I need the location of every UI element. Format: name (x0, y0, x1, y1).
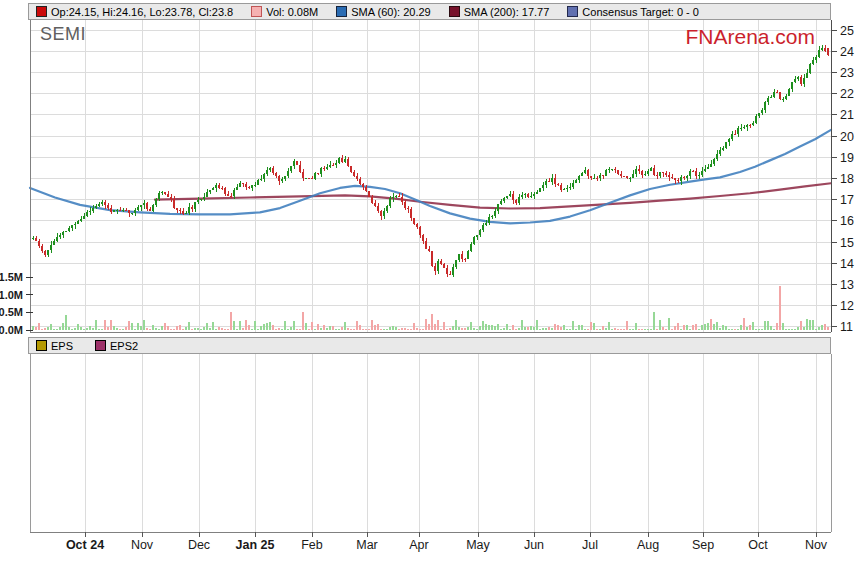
svg-text:Nov: Nov (805, 538, 828, 552)
svg-text:Jan 25: Jan 25 (236, 538, 275, 552)
sma60-swatch-icon (336, 6, 347, 17)
svg-text:Apr: Apr (409, 538, 428, 552)
svg-text:23: 23 (840, 66, 854, 80)
consensus-target-swatch-icon (567, 6, 578, 17)
svg-text:13: 13 (840, 278, 854, 292)
eps2-swatch-icon (95, 340, 106, 351)
svg-text:19: 19 (840, 151, 854, 165)
sma200-swatch-icon (449, 6, 460, 17)
svg-text:0.0M: 0.0M (0, 324, 23, 336)
svg-text:Jun: Jun (524, 538, 544, 552)
svg-text:Feb: Feb (301, 538, 323, 552)
svg-text:21: 21 (840, 108, 854, 122)
legend-item-eps2: EPS2 (95, 340, 138, 352)
svg-text:Oct: Oct (748, 538, 768, 552)
legend-item-sma200: SMA (200): 17.77 (449, 6, 550, 18)
svg-text:Nov: Nov (131, 538, 154, 552)
svg-text:25: 25 (840, 24, 854, 38)
volume-value-label: Vol: 0.08M (266, 6, 318, 18)
svg-text:12: 12 (840, 299, 854, 313)
legend-item-sma60: SMA (60): 20.29 (336, 6, 431, 18)
ohlc-swatch-icon (36, 6, 47, 17)
svg-text:20: 20 (840, 130, 854, 144)
price-volume-chart: 2524232221201918171615141312111.5M1.0M0.… (0, 0, 859, 566)
legend-item-consensus-target: Consensus Target: 0 - 0 (567, 6, 699, 18)
svg-text:17: 17 (840, 193, 854, 207)
volume-swatch-icon (251, 6, 262, 17)
eps-label: EPS (51, 340, 73, 352)
svg-text:May: May (466, 538, 490, 552)
svg-text:22: 22 (840, 87, 854, 101)
svg-text:18: 18 (840, 172, 854, 186)
fnarena-logo[interactable]: FNArena.com (685, 25, 815, 49)
svg-text:1.5M: 1.5M (0, 271, 23, 283)
svg-text:1.0M: 1.0M (0, 289, 23, 301)
svg-text:24: 24 (840, 45, 854, 59)
sma200-value-label: SMA (200): 17.77 (464, 6, 550, 18)
sma60-value-label: SMA (60): 20.29 (351, 6, 431, 18)
fnarena-stock-chart-page: 2524232221201918171615141312111.5M1.0M0.… (0, 0, 859, 566)
svg-text:Oct 24: Oct 24 (66, 538, 104, 552)
svg-text:Aug: Aug (637, 538, 659, 552)
svg-text:14: 14 (840, 257, 854, 271)
svg-text:16: 16 (840, 214, 854, 228)
svg-text:Jul: Jul (582, 538, 598, 552)
legend-item-ohlc: Op:24.15, Hi:24.16, Lo:23.78, Cl:23.8 (36, 6, 233, 18)
svg-text:11: 11 (840, 320, 853, 334)
legend-item-volume: Vol: 0.08M (251, 6, 318, 18)
consensus-target-label: Consensus Target: 0 - 0 (582, 6, 699, 18)
eps-legend-bar: EPS EPS2 (28, 337, 831, 354)
svg-text:Mar: Mar (356, 538, 378, 552)
ohlc-legend-bar: Op:24.15, Hi:24.16, Lo:23.78, Cl:23.8 Vo… (28, 3, 831, 20)
svg-text:Sep: Sep (692, 538, 714, 552)
eps2-label: EPS2 (110, 340, 138, 352)
svg-text:15: 15 (840, 236, 854, 250)
legend-item-eps: EPS (36, 340, 73, 352)
ohlc-values-label: Op:24.15, Hi:24.16, Lo:23.78, Cl:23.8 (51, 6, 233, 18)
ticker-symbol: SEMI (40, 24, 86, 45)
svg-text:0.5M: 0.5M (0, 306, 23, 318)
eps-swatch-icon (36, 340, 47, 351)
svg-text:Dec: Dec (188, 538, 210, 552)
